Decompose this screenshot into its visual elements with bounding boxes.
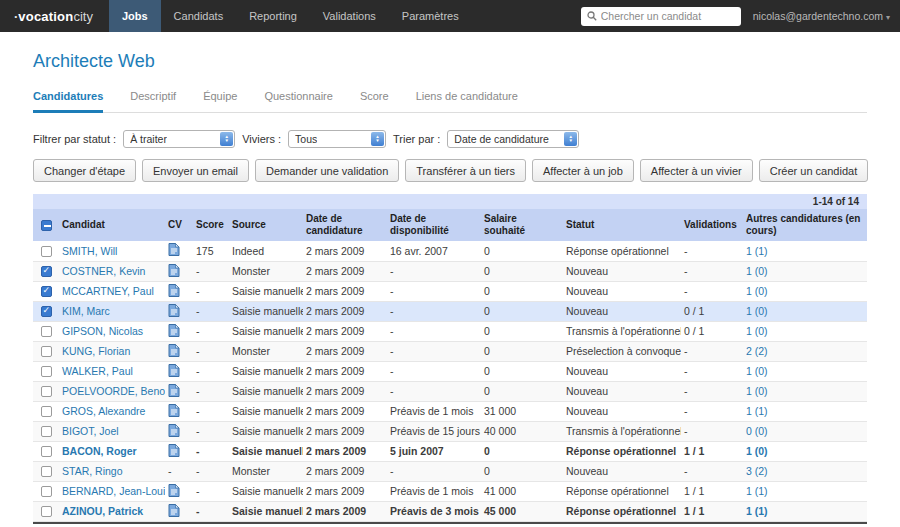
send-email-button[interactable]: Envoyer un email <box>142 159 249 182</box>
col-header-source[interactable]: Source <box>229 209 303 241</box>
row-checkbox[interactable] <box>41 486 52 497</box>
application-date-cell: 2 mars 2009 <box>303 401 387 421</box>
other-applications-link[interactable]: 3 (2) <box>746 465 768 477</box>
candidate-name-link[interactable]: BIGOT, Joel <box>62 425 119 437</box>
cv-document-icon <box>168 484 180 497</box>
cv-cell[interactable] <box>165 261 193 281</box>
table-row: AZINOU, Patrick - Saisie manuelle 2 mars… <box>33 501 867 521</box>
other-applications-link[interactable]: 1 (0) <box>746 305 768 317</box>
candidate-name-link[interactable]: GIPSON, Nicolas <box>62 325 143 337</box>
col-header-score[interactable]: Score <box>193 209 229 241</box>
row-checkbox[interactable] <box>41 246 52 257</box>
cv-cell[interactable] <box>165 241 193 261</box>
row-checkbox[interactable] <box>41 386 52 397</box>
row-checkbox[interactable] <box>41 466 52 477</box>
cv-cell[interactable] <box>165 441 193 461</box>
assign-job-button[interactable]: Affecter à un job <box>532 159 634 182</box>
candidate-name-link[interactable]: KIM, Marc <box>62 305 110 317</box>
row-checkbox[interactable] <box>41 426 52 437</box>
candidate-name-link[interactable]: MCCARTNEY, Paul <box>62 285 154 297</box>
other-applications-link[interactable]: 0 (0) <box>746 425 768 437</box>
sort-select[interactable]: Date de candidature ▲▼ <box>447 130 579 148</box>
cv-cell[interactable] <box>165 341 193 361</box>
select-all-checkbox[interactable] <box>41 220 52 231</box>
tab-questionnaire[interactable]: Questionnaire <box>264 85 333 112</box>
candidate-name-link[interactable]: KUNG, Florian <box>62 345 130 357</box>
other-applications-link[interactable]: 1 (0) <box>746 445 768 457</box>
other-applications-link[interactable]: 1 (1) <box>746 505 768 517</box>
col-header-autres-candidatures[interactable]: Autres candidatures (en cours) <box>743 209 867 241</box>
col-header-date-disponibilite[interactable]: Date de disponibilité <box>387 209 481 241</box>
candidate-name-link[interactable]: BERNARD, Jean-Louis <box>62 485 165 497</box>
request-validation-button[interactable]: Demander une validation <box>255 159 399 182</box>
other-applications-link[interactable]: 1 (0) <box>746 365 768 377</box>
cv-cell[interactable] <box>165 381 193 401</box>
application-date-cell: 2 mars 2009 <box>303 361 387 381</box>
col-header-validations[interactable]: Validations <box>681 209 743 241</box>
cv-document-icon <box>168 344 180 357</box>
status-filter-select[interactable]: À traiter ▲▼ <box>123 130 235 148</box>
tab-candidatures[interactable]: Candidatures <box>33 85 103 113</box>
cv-cell[interactable] <box>165 421 193 441</box>
status-cell: Transmis à l'opérationnel <box>563 421 681 441</box>
nav-item-jobs[interactable]: Jobs <box>109 0 161 32</box>
col-header-date-candidature[interactable]: Date de candidature <box>303 209 387 241</box>
other-applications-link[interactable]: 2 (2) <box>746 345 768 357</box>
candidate-name-link[interactable]: SMITH, Will <box>62 245 117 257</box>
row-checkbox[interactable] <box>41 366 52 377</box>
change-step-button[interactable]: Changer d'étape <box>33 159 136 182</box>
cv-cell[interactable] <box>165 301 193 321</box>
search-input[interactable] <box>601 10 735 22</box>
nav-item-validations[interactable]: Validations <box>310 0 389 32</box>
col-header-cv[interactable]: CV <box>165 209 193 241</box>
candidate-name-link[interactable]: AZINOU, Patrick <box>62 505 143 517</box>
cv-cell[interactable]: - <box>165 461 193 481</box>
other-applications-link[interactable]: 1 (0) <box>746 265 768 277</box>
other-applications-link[interactable]: 1 (1) <box>746 485 768 497</box>
other-applications-link[interactable]: 1 (0) <box>746 385 768 397</box>
cv-cell[interactable] <box>165 321 193 341</box>
table-row: KUNG, Florian - Monster 2 mars 2009 - 0 … <box>33 341 867 361</box>
app-logo[interactable]: ·vocationcity <box>14 9 93 24</box>
row-checkbox[interactable] <box>41 326 52 337</box>
candidate-name-link[interactable]: WALKER, Paul <box>62 365 133 377</box>
cv-cell[interactable] <box>165 501 193 521</box>
candidate-name-link[interactable]: POELVOORDE, Benoit <box>62 385 165 397</box>
assign-pool-button[interactable]: Affecter à un vivier <box>640 159 753 182</box>
col-header-salaire[interactable]: Salaire souhaité <box>481 209 563 241</box>
col-header-candidat[interactable]: Candidat <box>59 209 165 241</box>
row-checkbox[interactable] <box>41 446 52 457</box>
row-checkbox[interactable] <box>41 406 52 417</box>
cv-cell[interactable] <box>165 361 193 381</box>
col-header-statut[interactable]: Statut <box>563 209 681 241</box>
row-checkbox[interactable] <box>41 306 52 317</box>
tab-liens-candidature[interactable]: Liens de candidature <box>416 85 518 112</box>
row-checkbox[interactable] <box>41 346 52 357</box>
availability-date-cell: Préavis de 1 mois <box>387 481 481 501</box>
other-applications-link[interactable]: 1 (1) <box>746 245 768 257</box>
candidate-name-link[interactable]: BACON, Roger <box>62 445 137 457</box>
pools-filter-select[interactable]: Tous ▲▼ <box>288 130 386 148</box>
user-menu[interactable]: nicolas@gardentechno.com ▾ <box>753 10 890 22</box>
row-checkbox[interactable] <box>41 286 52 297</box>
row-checkbox[interactable] <box>41 506 52 517</box>
cv-cell[interactable] <box>165 281 193 301</box>
row-checkbox[interactable] <box>41 266 52 277</box>
tab-descriptif[interactable]: Descriptif <box>130 85 176 112</box>
candidate-name-link[interactable]: GROS, Alexandre <box>62 405 145 417</box>
transfer-third-party-button[interactable]: Transférer à un tiers <box>405 159 526 182</box>
cv-cell[interactable] <box>165 401 193 421</box>
other-applications-link[interactable]: 1 (0) <box>746 285 768 297</box>
cv-cell[interactable] <box>165 481 193 501</box>
tab-score[interactable]: Score <box>360 85 389 112</box>
other-applications-link[interactable]: 1 (1) <box>746 405 768 417</box>
nav-item-candidats[interactable]: Candidats <box>161 0 237 32</box>
other-applications-link[interactable]: 1 (0) <box>746 325 768 337</box>
score-cell: - <box>193 501 229 521</box>
tab-equipe[interactable]: Équipe <box>203 85 237 112</box>
create-candidate-button[interactable]: Créer un candidat <box>759 159 868 182</box>
nav-item-parametres[interactable]: Paramètres <box>389 0 472 32</box>
candidate-name-link[interactable]: STAR, Ringo <box>62 465 123 477</box>
candidate-name-link[interactable]: COSTNER, Kevin <box>62 265 145 277</box>
nav-item-reporting[interactable]: Reporting <box>236 0 310 32</box>
